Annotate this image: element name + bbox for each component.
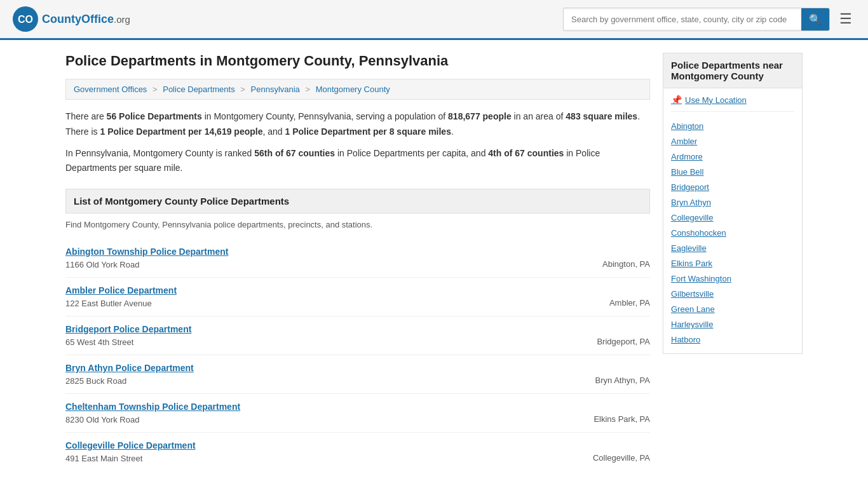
dept-info: Abington Township Police Department 1166… — [65, 247, 228, 269]
list-item: Blue Bell — [671, 164, 794, 179]
nearby-city-link[interactable]: Abington — [671, 121, 703, 131]
dept-name-link[interactable]: Bryn Athyn Police Department — [65, 363, 194, 373]
dept-address: 65 West 4th Street — [65, 337, 133, 347]
dept-name-link[interactable]: Cheltenham Township Police Department — [65, 402, 240, 412]
nearby-city-link[interactable]: Ardmore — [671, 152, 703, 161]
dept-address: 491 East Main Street — [65, 454, 142, 463]
description-para1: There are 56 Police Departments in Montg… — [65, 109, 650, 140]
right-sidebar: Police Departments near Montgomery Count… — [663, 53, 803, 471]
main-content: Police Departments in Montgomery County,… — [53, 40, 815, 484]
dept-city-state: Abington, PA — [602, 247, 650, 269]
list-item: Ambler — [671, 133, 794, 149]
use-location-link[interactable]: 📌 Use My Location — [671, 95, 794, 112]
logo-area: CO CountyOffice.org — [13, 6, 130, 32]
breadcrumb-item-government[interactable]: Government Offices — [74, 85, 147, 94]
section-header: List of Montgomery County Police Departm… — [65, 189, 650, 214]
table-row: Abington Township Police Department 1166… — [65, 239, 650, 278]
dept-name-link[interactable]: Collegeville Police Department — [65, 440, 196, 451]
search-button[interactable]: 🔍 — [801, 8, 829, 30]
dept-info: Collegeville Police Department 491 East … — [65, 440, 196, 463]
list-item: Gilbertsville — [671, 286, 794, 301]
sidebar-box: Police Departments near Montgomery Count… — [663, 53, 803, 354]
dept-address: 1166 Old York Road — [65, 260, 139, 269]
department-list: Abington Township Police Department 1166… — [65, 239, 650, 471]
search-input[interactable] — [564, 10, 801, 29]
location-pin-icon: 📌 — [671, 95, 682, 105]
logo-icon: CO — [13, 6, 38, 32]
use-location-label: Use My Location — [685, 95, 747, 105]
breadcrumb-item-state[interactable]: Pennsylvania — [251, 85, 300, 94]
dept-address: 2825 Buck Road — [65, 376, 126, 386]
dept-city-state: Bryn Athyn, PA — [595, 363, 650, 385]
dept-info: Cheltenham Township Police Department 82… — [65, 402, 240, 424]
table-row: Bryn Athyn Police Department 2825 Buck R… — [65, 355, 650, 394]
breadcrumb-item-police[interactable]: Police Departments — [163, 85, 234, 94]
nearby-city-link[interactable]: Elkins Park — [671, 259, 712, 268]
dept-name-link[interactable]: Bridgeport Police Department — [65, 324, 191, 334]
list-item: Conshohocken — [671, 225, 794, 240]
nearby-city-link[interactable]: Conshohocken — [671, 228, 726, 238]
dept-city-state: Collegeville, PA — [593, 440, 650, 463]
dept-address: 122 East Butler Avenue — [65, 299, 152, 308]
nearby-city-link[interactable]: Fort Washington — [671, 274, 731, 283]
logo-text: CountyOffice.org — [42, 13, 130, 26]
search-bar[interactable]: 🔍 — [563, 8, 830, 31]
breadcrumb-separator: > — [305, 85, 312, 94]
nearby-city-link[interactable]: Ambler — [671, 137, 697, 146]
breadcrumb-separator: > — [153, 85, 159, 94]
nearby-city-link[interactable]: Collegeville — [671, 213, 713, 222]
dept-info: Bridgeport Police Department 65 West 4th… — [65, 324, 191, 347]
nearby-links-list: AbingtonAmblerArdmoreBlue BellBridgeport… — [671, 118, 794, 347]
sidebar-content: 📌 Use My Location AbingtonAmblerArdmoreB… — [663, 88, 802, 353]
nearby-city-link[interactable]: Blue Bell — [671, 167, 703, 177]
section-description: Find Montgomery County, Pennsylvania pol… — [65, 220, 650, 229]
list-item: Abington — [671, 118, 794, 133]
dept-address: 8230 Old York Road — [65, 415, 139, 424]
table-row: Bridgeport Police Department 65 West 4th… — [65, 316, 650, 355]
dept-city-state: Bridgeport, PA — [597, 324, 650, 346]
breadcrumb-separator: > — [240, 85, 247, 94]
nearby-city-link[interactable]: Green Lane — [671, 304, 715, 314]
page-title: Police Departments in Montgomery County,… — [65, 53, 650, 69]
nearby-city-link[interactable]: Hatboro — [671, 335, 700, 344]
list-item: Green Lane — [671, 301, 794, 316]
list-item: Elkins Park — [671, 255, 794, 271]
left-content: Police Departments in Montgomery County,… — [65, 53, 650, 471]
breadcrumb-item-county[interactable]: Montgomery County — [316, 85, 390, 94]
nearby-city-link[interactable]: Gilbertsville — [671, 289, 714, 299]
list-item: Eagleville — [671, 240, 794, 255]
table-row: Collegeville Police Department 491 East … — [65, 433, 650, 471]
hamburger-menu-icon[interactable]: ☰ — [836, 8, 855, 30]
list-item: Fort Washington — [671, 271, 794, 286]
dept-info: Bryn Athyn Police Department 2825 Buck R… — [65, 363, 194, 386]
dept-info: Ambler Police Department 122 East Butler… — [65, 285, 177, 308]
table-row: Cheltenham Township Police Department 82… — [65, 394, 650, 433]
svg-text:CO: CO — [18, 14, 33, 25]
breadcrumb: Government Offices > Police Departments … — [65, 79, 650, 100]
list-item: Harleysville — [671, 316, 794, 332]
list-item: Bridgeport — [671, 179, 794, 194]
dept-city-state: Elkins Park, PA — [593, 402, 650, 424]
dept-city-state: Ambler, PA — [609, 285, 650, 308]
nearby-city-link[interactable]: Eagleville — [671, 243, 707, 253]
list-item: Bryn Athyn — [671, 194, 794, 210]
header: CO CountyOffice.org 🔍 ☰ — [0, 0, 868, 40]
list-item: Ardmore — [671, 149, 794, 164]
dept-name-link[interactable]: Ambler Police Department — [65, 285, 177, 295]
list-item: Hatboro — [671, 332, 794, 347]
nearby-city-link[interactable]: Bryn Athyn — [671, 198, 711, 207]
header-right: 🔍 ☰ — [563, 8, 855, 31]
dept-name-link[interactable]: Abington Township Police Department — [65, 247, 228, 257]
nearby-city-link[interactable]: Harleysville — [671, 320, 713, 329]
description-para2: In Pennsylvania, Montgomery County is ra… — [65, 146, 650, 177]
sidebar-title: Police Departments near Montgomery Count… — [663, 53, 802, 88]
table-row: Ambler Police Department 122 East Butler… — [65, 278, 650, 316]
nearby-city-link[interactable]: Bridgeport — [671, 182, 709, 192]
list-item: Collegeville — [671, 210, 794, 225]
